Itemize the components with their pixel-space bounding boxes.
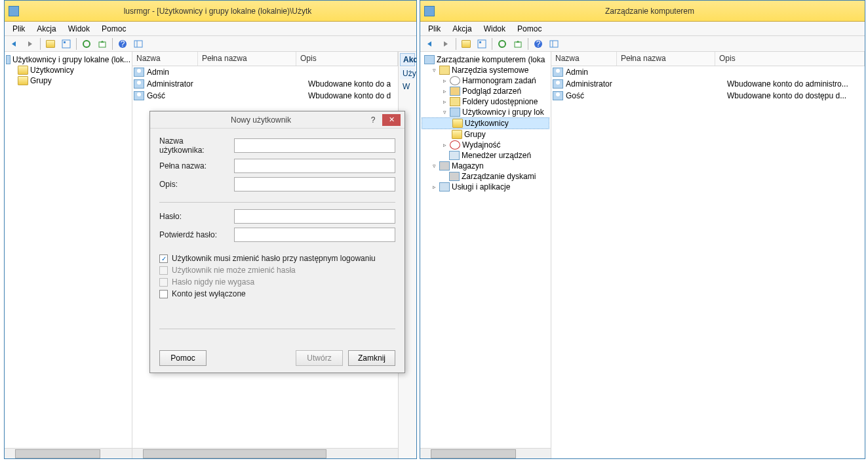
close-button[interactable]: Zamknij	[348, 350, 395, 366]
list-row[interactable]: Admin	[551, 66, 865, 78]
shared-folder-icon	[450, 97, 460, 106]
checkbox-icon[interactable]: ✓	[159, 254, 168, 263]
window-title: Zarządzanie komputerem	[439, 7, 861, 16]
collapse-icon[interactable]: ▿	[441, 109, 448, 115]
help-icon[interactable]: ?	[115, 37, 130, 50]
tree-lug[interactable]: ▿Użytkownicy i grupy lok	[422, 107, 549, 117]
menu-action[interactable]: Akcja	[31, 23, 61, 35]
tree-label: Harmonogram zadań	[462, 76, 536, 85]
checkbox-icon[interactable]	[159, 290, 168, 298]
expand-icon[interactable]: ▹	[441, 142, 448, 148]
tree-event[interactable]: ▹Podgląd zdarzeń	[422, 86, 549, 96]
tree-label: Użytkownicy	[465, 119, 509, 128]
tree-pane[interactable]: Użytkownicy i grupy lokalne (lok... Użyt…	[5, 52, 132, 458]
show-hide-icon[interactable]	[131, 37, 146, 50]
storage-icon	[439, 161, 450, 171]
refresh-icon[interactable]	[495, 37, 509, 50]
fullname-field[interactable]	[234, 159, 395, 173]
export-icon[interactable]	[511, 37, 525, 50]
up-folder-icon[interactable]	[43, 37, 58, 50]
up-folder-icon[interactable]	[459, 37, 473, 50]
menu-view[interactable]: Widok	[63, 23, 95, 35]
tree-groups[interactable]: Grupy	[6, 75, 130, 86]
new-user-dialog: Nowy użytkownik ? ✕ Nazwa użytkownika: P…	[149, 111, 405, 373]
actions-more[interactable]: W	[399, 81, 416, 92]
tree-perf[interactable]: ▹Wydajność	[422, 140, 549, 150]
list-row[interactable]: Gość Wbudowane konto do dostępu d...	[551, 90, 865, 102]
collapse-icon[interactable]: ▿	[431, 67, 437, 73]
list-row[interactable]: Admin	[132, 66, 398, 78]
properties-icon[interactable]	[59, 37, 73, 50]
menubar: Plik Akcja Widok Pomoc	[420, 22, 865, 36]
col-fullname[interactable]: Pełna nazwa	[198, 52, 296, 66]
help-icon[interactable]: ?	[531, 37, 545, 50]
col-name[interactable]: Nazwa	[132, 52, 198, 66]
username-field[interactable]	[234, 138, 395, 153]
help-button[interactable]: Pomoc	[159, 350, 207, 366]
confirm-password-field[interactable]	[234, 228, 395, 242]
check-label: Użytkownik musi zmienić hasło przy nastę…	[172, 254, 376, 263]
tree-scrollbar[interactable]	[420, 448, 551, 458]
forward-icon[interactable]	[23, 37, 37, 50]
cell-name: Administrator	[147, 79, 210, 89]
password-field[interactable]	[234, 209, 395, 224]
list-pane[interactable]: Nazwa Pełna nazwa Opis Admin Administrat…	[551, 52, 865, 458]
tree-scrollbar[interactable]	[5, 448, 132, 458]
tree-users[interactable]: Użytkownicy	[6, 65, 130, 75]
expand-icon[interactable]: ▹	[441, 88, 448, 94]
actions-sub[interactable]: Użytk	[400, 68, 415, 79]
tree-storage[interactable]: ▿Magazyn	[422, 161, 549, 171]
menu-view[interactable]: Widok	[479, 23, 511, 35]
export-icon[interactable]	[95, 37, 109, 50]
titlebar[interactable]: lusrmgr - [Użytkownicy i grupy lokalne (…	[5, 1, 416, 22]
cell-desc: Wbudowane konto do d	[308, 91, 398, 100]
check-disabled[interactable]: Konto jest wyłączone	[159, 289, 395, 298]
dialog-titlebar[interactable]: Nowy użytkownik ? ✕	[150, 111, 404, 129]
expand-icon[interactable]: ▹	[431, 184, 437, 190]
tree-label: Wydajność	[462, 140, 501, 150]
collapse-icon[interactable]: ▿	[431, 163, 437, 169]
forward-icon[interactable]	[439, 37, 453, 50]
performance-icon	[450, 140, 460, 150]
tree-shared[interactable]: ▹Foldery udostępnione	[422, 96, 549, 107]
menu-file[interactable]: Plik	[7, 23, 30, 35]
list-row[interactable]: Gość Wbudowane konto do d	[132, 90, 398, 102]
tree-groups[interactable]: Grupy	[422, 129, 549, 140]
col-desc[interactable]: Opis	[715, 52, 865, 66]
menu-file[interactable]: Plik	[423, 23, 446, 35]
desc-field[interactable]	[234, 177, 395, 191]
menu-help[interactable]: Pomoc	[512, 23, 547, 35]
col-name[interactable]: Nazwa	[551, 52, 617, 66]
tree-diskmgmt[interactable]: Zarządzanie dyskami	[422, 171, 549, 182]
separator	[40, 38, 41, 50]
tree-pane[interactable]: Zarządzanie komputerem (loka ▿Narzędzia …	[420, 52, 551, 458]
check-mustchange[interactable]: ✓ Użytkownik musi zmienić hasło przy nas…	[159, 254, 395, 263]
help-icon[interactable]: ?	[368, 115, 378, 125]
tree-systools[interactable]: ▿Narzędzia systemowe	[422, 65, 549, 75]
back-icon[interactable]	[7, 37, 22, 50]
col-fullname[interactable]: Pełna nazwa	[617, 52, 715, 66]
tree-root[interactable]: Zarządzanie komputerem (loka	[422, 54, 549, 65]
tree-root[interactable]: Użytkownicy i grupy lokalne (lok...	[6, 54, 130, 65]
tree-sched[interactable]: ▹Harmonogram zadań	[422, 75, 549, 86]
tree-services[interactable]: ▹Usługi i aplikacje	[422, 182, 549, 192]
svg-point-10	[499, 41, 505, 47]
tree-users[interactable]: Użytkownicy	[422, 117, 549, 129]
check-label: Hasło nigdy nie wygasa	[172, 277, 254, 287]
titlebar[interactable]: Zarządzanie komputerem	[420, 1, 865, 22]
show-hide-icon[interactable]	[547, 37, 561, 50]
col-desc[interactable]: Opis	[296, 52, 398, 66]
list-row[interactable]: Administrator Wbudowane konto do a	[132, 78, 398, 90]
refresh-icon[interactable]	[79, 37, 94, 50]
close-icon[interactable]: ✕	[382, 114, 401, 126]
list-scrollbar[interactable]	[132, 448, 398, 458]
create-button[interactable]: Utwórz	[296, 350, 343, 366]
list-row[interactable]: Administrator Wbudowane konto do adminis…	[551, 78, 865, 90]
tree-devmgr[interactable]: Menedżer urządzeń	[422, 150, 549, 161]
expand-icon[interactable]: ▹	[441, 98, 448, 105]
expand-icon[interactable]: ▹	[441, 77, 448, 84]
menu-action[interactable]: Akcja	[447, 23, 477, 35]
properties-icon[interactable]	[475, 37, 489, 50]
back-icon[interactable]	[423, 37, 437, 50]
menu-help[interactable]: Pomoc	[96, 23, 131, 35]
